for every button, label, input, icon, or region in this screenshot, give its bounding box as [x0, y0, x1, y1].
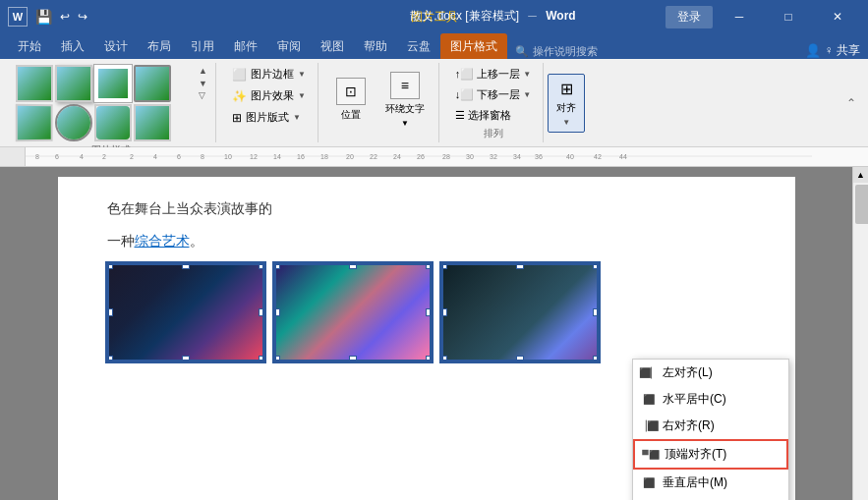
img-style-4[interactable]: [134, 65, 171, 102]
svg-text:12: 12: [250, 153, 258, 160]
menu-align-left[interactable]: ⬛▏ 左对齐(L): [633, 360, 788, 386]
image-3-content: [443, 265, 597, 360]
position-button[interactable]: ⊡ 位置: [328, 65, 374, 134]
arrange-row2: ↓⬜ 下移一层 ▼: [449, 85, 537, 104]
picture-effect-button[interactable]: ✨ 图片效果 ▼: [226, 86, 312, 105]
svg-text:36: 36: [535, 153, 543, 160]
svg-text:16: 16: [297, 153, 305, 160]
handle-3-br[interactable]: [593, 356, 599, 361]
scroll-thumb[interactable]: [855, 185, 868, 224]
handle-3-ml[interactable]: [441, 308, 447, 316]
login-button[interactable]: 登录: [665, 6, 713, 28]
tab-help[interactable]: 帮助: [354, 33, 397, 59]
close-button[interactable]: ✕: [815, 0, 860, 33]
doc-title: 散文.docx [兼容模式] ─ Word: [410, 8, 575, 25]
handle-2-tl[interactable]: [274, 263, 280, 269]
handle-2-ml[interactable]: [274, 308, 280, 316]
svg-text:34: 34: [513, 153, 521, 160]
handle-2-bl[interactable]: [274, 356, 280, 361]
tab-cloud[interactable]: 云盘: [397, 33, 440, 59]
tab-layout[interactable]: 布局: [138, 33, 181, 59]
handle-2-tm[interactable]: [349, 263, 357, 269]
bring-forward-button[interactable]: ↑⬜ 上移一层 ▼: [449, 65, 537, 83]
tab-design[interactable]: 设计: [94, 33, 138, 59]
tab-picture-format[interactable]: 图片格式: [440, 33, 507, 59]
arrange-group-label: 排列: [484, 127, 503, 140]
doc-text-line2: 一种综合艺术。: [107, 229, 746, 253]
ribbon-spacer: [589, 63, 839, 142]
handle-1-mr[interactable]: [259, 308, 264, 316]
align-icon: ⊞: [560, 80, 573, 98]
handle-1-ml[interactable]: [107, 308, 113, 316]
handle-1-tr[interactable]: [259, 263, 264, 269]
img-style-7[interactable]: [94, 104, 132, 141]
format-content: ⬜ 图片边框 ▼ ✨ 图片效果 ▼ ⊞ 图片版式 ▼: [226, 65, 312, 139]
svg-text:4: 4: [153, 153, 157, 160]
tab-insert[interactable]: 插入: [51, 33, 94, 59]
image-1[interactable]: ↺: [107, 263, 264, 361]
handle-3-bm[interactable]: [516, 356, 524, 361]
search-label[interactable]: 操作说明搜索: [533, 44, 598, 59]
bring-forward-caret: ▼: [523, 70, 531, 79]
handle-2-mr[interactable]: [426, 308, 432, 316]
menu-align-top[interactable]: ▀⬛ 顶端对齐(T): [633, 439, 788, 470]
tab-home[interactable]: 开始: [8, 33, 51, 59]
handle-1-bm[interactable]: [182, 356, 190, 361]
layout-icon: ⊞: [232, 111, 242, 125]
menu-align-center-h[interactable]: ⬛ 水平居中(C): [633, 386, 788, 413]
quick-save[interactable]: 💾: [35, 9, 52, 25]
img-style-5[interactable]: [16, 104, 53, 142]
handle-2-tr[interactable]: [426, 263, 432, 269]
quick-undo[interactable]: ↩: [60, 10, 70, 24]
images-row: ↺ ↺: [107, 263, 746, 361]
scroll-up[interactable]: ▲: [853, 167, 868, 183]
handle-1-bl[interactable]: [107, 356, 113, 361]
share-button[interactable]: ♀ 共享: [825, 42, 860, 59]
styles-dropdown[interactable]: ▲ ▼ ▽: [199, 65, 207, 102]
picture-layout-button[interactable]: ⊞ 图片版式 ▼: [226, 108, 307, 127]
handle-2-br[interactable]: [426, 356, 432, 361]
tab-review[interactable]: 审阅: [267, 33, 311, 59]
ribbon-collapse[interactable]: ⌃: [842, 63, 860, 142]
handle-3-tr[interactable]: [593, 263, 599, 269]
handle-1-tl[interactable]: [107, 263, 113, 269]
handle-3-bl[interactable]: [441, 356, 447, 361]
title-bar: W 💾 ↩ ↪ 图片工具 散文.docx [兼容模式] ─ Word 登录 ─ …: [0, 0, 868, 33]
img-style-8[interactable]: [134, 104, 171, 141]
img-style-2[interactable]: [55, 65, 92, 102]
minimize-button[interactable]: ─: [717, 0, 762, 33]
doc-link[interactable]: 综合艺术: [135, 233, 190, 249]
handle-3-tl[interactable]: [441, 263, 447, 269]
right-scrollbar[interactable]: ▲ ▼: [852, 167, 868, 500]
arrange-row1: ↑⬜ 上移一层 ▼: [449, 65, 537, 83]
handle-2-bm[interactable]: [349, 356, 357, 361]
person-icon: 👤: [805, 43, 821, 58]
align-button[interactable]: ⊞ 对齐 ▼: [548, 74, 585, 133]
send-backward-button[interactable]: ↓⬜ 下移一层 ▼: [449, 85, 537, 104]
img-style-3[interactable]: [94, 65, 132, 102]
menu-align-middle-v[interactable]: ⬛ 垂直居中(M): [633, 470, 788, 496]
search-icon: 🔍: [515, 45, 529, 58]
menu-align-bottom[interactable]: ▄⬛ 底端对齐(B): [633, 496, 788, 500]
img-style-6[interactable]: [55, 104, 92, 141]
img-style-1[interactable]: [16, 65, 53, 102]
quick-redo[interactable]: ↪: [78, 10, 87, 24]
maximize-button[interactable]: □: [766, 0, 811, 33]
menu-align-right[interactable]: ▕⬛ 右对齐(R): [633, 413, 788, 439]
image-2[interactable]: ↺: [274, 263, 432, 361]
selection-pane-button[interactable]: ☰ 选择窗格: [449, 106, 517, 125]
image-3[interactable]: ↺: [441, 263, 599, 361]
picture-border-button[interactable]: ⬜ 图片边框 ▼: [226, 65, 312, 83]
handle-3-mr[interactable]: [593, 308, 599, 316]
svg-text:14: 14: [273, 153, 281, 160]
wrap-text-button[interactable]: ≡ 环绕文字 ▼: [377, 65, 433, 134]
tab-reference[interactable]: 引用: [181, 33, 224, 59]
tab-mail[interactable]: 邮件: [224, 33, 267, 59]
handle-1-br[interactable]: [259, 356, 264, 361]
search-area: 🔍 操作说明搜索: [515, 44, 598, 59]
word-icon: W: [8, 7, 28, 27]
tab-view[interactable]: 视图: [311, 33, 354, 59]
handle-3-tm[interactable]: [516, 263, 524, 269]
handle-1-tm[interactable]: [182, 263, 190, 269]
layout-caret: ▼: [293, 113, 301, 122]
